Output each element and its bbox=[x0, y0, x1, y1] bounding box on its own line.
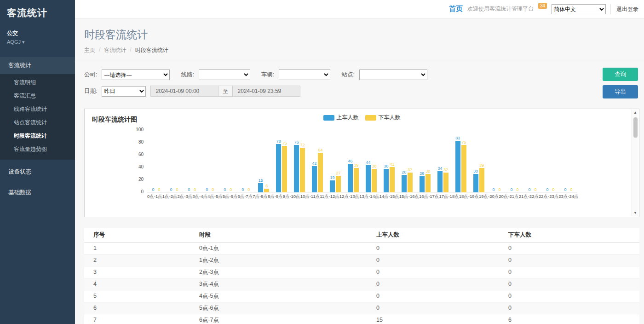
bar bbox=[276, 144, 281, 192]
sidebar: 客流统计 公交 AQGJ ▾ 客流统计 客流明细客流汇总线路客流统计站点客流统计… bbox=[0, 0, 75, 324]
x-axis-label: 5点-6点 bbox=[223, 194, 238, 200]
sidebar-item-客流汇总[interactable]: 客流汇总 bbox=[0, 89, 75, 103]
sidebar-section-base-data[interactable]: 基础数据 bbox=[0, 184, 75, 201]
vehicle-select[interactable] bbox=[279, 69, 330, 80]
bar bbox=[443, 173, 448, 192]
line-select[interactable] bbox=[199, 69, 250, 80]
table-cell: 0点-1点 bbox=[199, 242, 376, 254]
bar-value-label: 83 bbox=[455, 136, 460, 140]
bar bbox=[258, 183, 263, 192]
scroll-down-icon[interactable]: ▼ bbox=[633, 210, 637, 216]
bar-value-label: 72 bbox=[300, 143, 305, 147]
table-cell: 6 bbox=[508, 314, 639, 324]
x-axis-label: 3点-4点 bbox=[192, 194, 207, 200]
date-to-label: 至 bbox=[218, 86, 232, 97]
bar-value-label: 0 bbox=[247, 187, 250, 192]
bar-value-label: 0 bbox=[194, 187, 196, 192]
org-name: 公交 bbox=[7, 29, 68, 37]
table-cell: 0 bbox=[376, 254, 508, 266]
breadcrumb-separator: / bbox=[99, 46, 100, 54]
bar-group: 00 bbox=[488, 130, 506, 192]
sidebar-section-passenger-stats[interactable]: 客流统计 bbox=[0, 57, 75, 74]
topbar: 首页 欢迎使用客流统计管理平台 34 简体中文 退出登录 bbox=[75, 0, 644, 18]
legend-label: 上车人数 bbox=[337, 114, 359, 122]
org-selector[interactable]: AQGJ ▾ bbox=[7, 39, 68, 45]
x-axis-label: 11点-12点 bbox=[320, 194, 339, 200]
date-preset-select[interactable]: 昨日 bbox=[102, 86, 146, 97]
chart-scrollbar[interactable]: ▲ ▼ bbox=[632, 110, 638, 216]
x-axis-label: 4点-5点 bbox=[207, 194, 223, 200]
x-axis-label: 0点-1点 bbox=[147, 194, 162, 200]
bar bbox=[437, 171, 443, 192]
legend-item[interactable]: 上车人数 bbox=[323, 114, 359, 122]
bar bbox=[336, 176, 341, 192]
bar-value-label: 76 bbox=[294, 140, 299, 145]
data-table-panel: 序号时段上车人数下车人数 10点-1点0021点-2点0032点-3点0043点… bbox=[84, 228, 639, 324]
legend-label: 下车人数 bbox=[379, 114, 401, 122]
table-cell: 0 bbox=[376, 242, 508, 254]
sidebar-item-线路客流统计[interactable]: 线路客流统计 bbox=[0, 103, 75, 116]
x-axis-label: 12点-13点 bbox=[339, 194, 359, 200]
home-link[interactable]: 首页 bbox=[449, 5, 463, 13]
bar bbox=[455, 141, 460, 192]
query-button[interactable]: 查询 bbox=[603, 68, 638, 81]
sidebar-item-站点客流统计[interactable]: 站点客流统计 bbox=[0, 116, 75, 129]
table-cell: 0 bbox=[376, 278, 508, 290]
table-cell: 5点-6点 bbox=[199, 302, 376, 314]
y-tick-label: 100 bbox=[128, 127, 144, 132]
bar-value-label: 46 bbox=[348, 159, 352, 163]
sidebar-item-客流明细[interactable]: 客流明细 bbox=[0, 76, 75, 89]
x-axis-label: 20点-21点 bbox=[499, 194, 518, 200]
x-axis-label: 15点-16点 bbox=[399, 194, 419, 200]
bar-value-label: 27 bbox=[336, 171, 340, 175]
sidebar-item-时段客流统计[interactable]: 时段客流统计 bbox=[0, 129, 75, 143]
bar-value-label: 34 bbox=[437, 166, 442, 171]
page-title: 时段客流统计 bbox=[84, 28, 635, 42]
notification-badge[interactable]: 34 bbox=[538, 3, 547, 9]
sidebar-menu: 客流统计 客流明细客流汇总线路客流统计站点客流统计时段客流统计客流量趋势图 设备… bbox=[0, 57, 75, 201]
chart-head: 时段车流统计图 上车人数下车人数 bbox=[85, 109, 639, 124]
date-end-input[interactable] bbox=[232, 86, 300, 97]
date-start-input[interactable] bbox=[150, 86, 218, 97]
bar bbox=[473, 174, 478, 193]
bar bbox=[426, 174, 431, 193]
table-cell: 0 bbox=[376, 302, 508, 314]
logout-link[interactable]: 退出登录 bbox=[610, 4, 638, 14]
sidebar-item-客流量趋势图[interactable]: 客流量趋势图 bbox=[0, 143, 75, 156]
bar-value-label: 41 bbox=[390, 162, 394, 167]
station-select[interactable] bbox=[359, 69, 427, 80]
bar-group: 00 bbox=[541, 130, 559, 192]
table-row: 76点-7点156 bbox=[84, 314, 639, 324]
table-cell: 0 bbox=[376, 266, 508, 278]
y-tick-label: 40 bbox=[128, 164, 144, 169]
data-table: 序号时段上车人数下车人数 10点-1点0021点-2点0032点-3点0043点… bbox=[84, 228, 639, 324]
bar-group: 3841 bbox=[380, 130, 398, 192]
export-button[interactable]: 导出 bbox=[603, 85, 638, 98]
breadcrumb-passenger-stats[interactable]: 客流统计 bbox=[104, 46, 126, 54]
vehicle-label: 车辆: bbox=[261, 71, 274, 79]
bar-value-label: 19 bbox=[330, 175, 334, 180]
bar-value-label: 0 bbox=[152, 187, 154, 192]
x-axis-label: 1点-2点 bbox=[162, 194, 178, 200]
sidebar-section-device-status[interactable]: 设备状态 bbox=[0, 163, 75, 180]
bar bbox=[294, 145, 299, 192]
company-select[interactable]: ---请选择--- bbox=[102, 69, 170, 80]
bar-group: 00 bbox=[183, 130, 201, 192]
legend-swatch-icon bbox=[365, 115, 376, 121]
legend-item[interactable]: 下车人数 bbox=[365, 114, 401, 122]
table-cell: 4 bbox=[84, 278, 199, 290]
scroll-up-icon[interactable]: ▲ bbox=[633, 110, 637, 116]
breadcrumb-home[interactable]: 主页 bbox=[84, 46, 95, 54]
language-select[interactable]: 简体中文 bbox=[552, 4, 606, 14]
scrollbar-thumb[interactable] bbox=[633, 117, 638, 138]
table-row: 54点-5点00 bbox=[84, 290, 639, 302]
bar bbox=[384, 169, 389, 192]
bar-value-label: 6 bbox=[265, 184, 268, 188]
chart-legend: 上车人数下车人数 bbox=[85, 114, 639, 122]
line-label: 线路: bbox=[181, 71, 194, 79]
x-axis-label: 17点-18点 bbox=[439, 194, 459, 200]
table-cell: 0 bbox=[508, 254, 639, 266]
column-header: 下车人数 bbox=[508, 228, 639, 242]
bar-value-label: 39 bbox=[354, 163, 358, 168]
bar bbox=[348, 164, 353, 192]
